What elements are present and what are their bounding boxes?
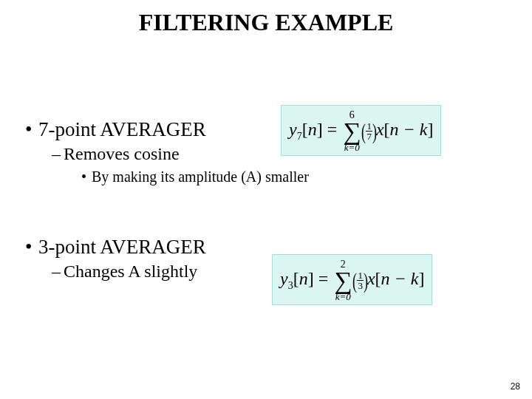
f1-sum-bot: k=0 — [343, 143, 361, 152]
formula-3pt: y3[n] = 2 ∑ k=0 (13)x[n − k] — [272, 254, 432, 305]
f1-frac-num: 1 — [366, 121, 372, 132]
sigma-icon: ∑ — [343, 120, 361, 143]
sigma-icon: ∑ — [334, 270, 352, 292]
sub-removes-cosine-label: Removes cosine — [64, 144, 180, 163]
f2-ysub: 3 — [288, 280, 293, 291]
bullet-3pt: •3-point AVERAGER –Changes A slightly — [25, 236, 513, 282]
f2-frac: 13 — [357, 270, 364, 290]
f2-xarg: n − k — [381, 269, 419, 288]
f1-frac: 17 — [366, 121, 372, 141]
f2-frac-num: 1 — [357, 270, 364, 281]
formula-7pt: y7[n] = 6 ∑ k=0 (17)x[n − k] — [281, 105, 441, 156]
f2-frac-den: 3 — [357, 281, 364, 290]
subsub-amplitude-label: By making its amplitude (A) smaller — [92, 168, 309, 185]
f2-arg: n — [299, 269, 308, 288]
f2-sum: 2 ∑ k=0 — [334, 259, 352, 301]
slide-title: FILTERING EXAMPLE — [0, 0, 532, 36]
f1-arg: n — [308, 120, 317, 139]
f1-sum: 6 ∑ k=0 — [343, 110, 361, 152]
f1-ysub: 7 — [297, 131, 302, 142]
page-number: 28 — [511, 381, 520, 392]
f1-xarg: n − k — [390, 120, 428, 139]
f2-sum-bot: k=0 — [334, 292, 352, 301]
bullet-7pt-label: 7-point AVERAGER — [38, 118, 206, 140]
f1-frac-den: 7 — [366, 132, 372, 141]
subsub-amplitude: •By making its amplitude (A) smaller — [81, 168, 513, 185]
sub-changes-a-label: Changes A slightly — [64, 262, 197, 281]
bullet-3pt-label: 3-point AVERAGER — [38, 236, 206, 258]
